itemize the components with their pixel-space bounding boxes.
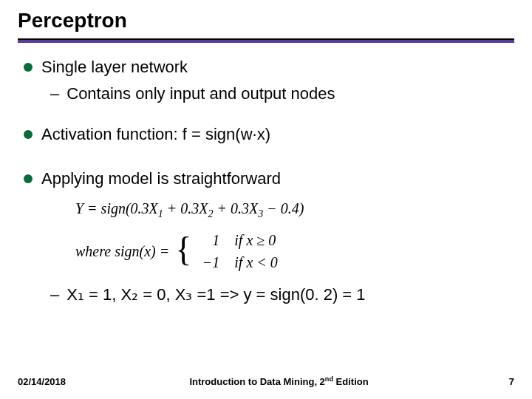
footer-center: Introduction to Data Mining, 2nd Edition [66, 375, 492, 387]
bullet-3: Applying model is straightforward [24, 168, 514, 190]
bullet-1-sub-text: Contains only input and output nodes [66, 83, 335, 105]
bullet-dot-icon [24, 130, 33, 139]
brace-icon: { [175, 233, 191, 267]
example-row: – X₁ = 1, X₂ = 0, X₃ =1 => y = sign(0. 2… [24, 284, 514, 306]
footer-date: 02/14/2018 [18, 376, 66, 387]
formula-sign: where sign(x) = { 1 if x ≥ 0 −1 if x < 0 [75, 229, 514, 273]
bullet-2: Activation function: f = sign(w∙x) [24, 123, 514, 146]
bullet-1-sub: – Contains only input and output nodes [24, 83, 514, 105]
dash-icon: – [50, 83, 59, 105]
formula-where: where sign(x) = [75, 240, 169, 262]
formula-y-part3: + 0.3X [214, 200, 259, 216]
content-area: Single layer network – Contains only inp… [18, 56, 514, 305]
bullet-3-text: Applying model is straightforward [41, 168, 281, 190]
bullet-2-text: Activation function: f = sign(w∙x) [41, 123, 270, 146]
bullet-dot-icon [24, 174, 33, 183]
bullet-1: Single layer network [24, 56, 514, 78]
formula-block: Y = sign(0.3X1 + 0.3X2 + 0.3X3 − 0.4) wh… [24, 197, 514, 273]
bullet-1-text: Single layer network [41, 56, 188, 78]
footer: 02/14/2018 Introduction to Data Mining, … [18, 375, 514, 387]
formula-y-part2: + 0.3X [163, 200, 208, 216]
example-text: X₁ = 1, X₂ = 0, X₃ =1 => y = sign(0. 2) … [66, 284, 365, 306]
case2-cond: if x < 0 [234, 251, 278, 273]
footer-center-pre: Introduction to Data Mining, 2 [189, 376, 324, 387]
slide-title: Perceptron [18, 9, 514, 37]
slide: Perceptron Single layer network – Contai… [0, 0, 532, 399]
case2-val: −1 [197, 251, 219, 273]
formula-y-part1: Y = sign(0.3X [75, 200, 158, 216]
case1-cond: if x ≥ 0 [234, 229, 276, 251]
case1-val: 1 [197, 229, 219, 251]
page-number: 7 [492, 376, 514, 387]
title-rule [18, 38, 514, 43]
footer-center-suf: Edition [333, 376, 369, 387]
bullet-dot-icon [24, 63, 33, 72]
formula-y-part4: − 0.4) [263, 200, 304, 216]
dash-icon: – [50, 284, 59, 306]
formula-y: Y = sign(0.3X1 + 0.3X2 + 0.3X3 − 0.4) [75, 197, 514, 222]
